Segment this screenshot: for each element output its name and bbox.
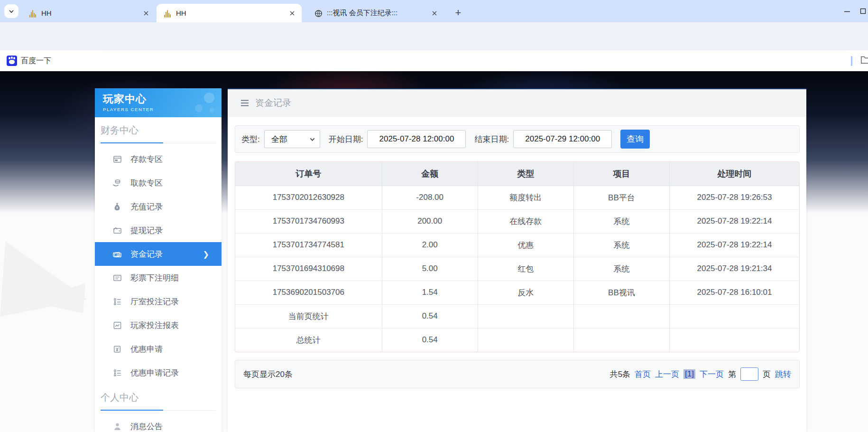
sidebar-item-withdraw-zone[interactable]: 取款专区❯ [95,171,222,195]
table-cell: 额度转出 [478,186,573,209]
table-cell: 红包 [478,257,573,281]
table-cell: 1.54 [382,281,478,304]
table-row: 1753701734760993200.00在线存款系统2025-07-28 1… [235,209,799,233]
end-date-input[interactable] [513,130,612,148]
browser-tabstrip: HH HH :::视讯 会员下注纪录::: + [0,0,868,22]
table-cell [573,328,669,352]
table-cell [478,328,573,352]
start-date-input[interactable] [367,130,466,148]
next-page-link[interactable]: 下一页 [700,369,724,380]
table-cell: 系统 [573,233,669,257]
table-cell: 优惠 [478,233,573,257]
jump-suffix-text: 页 [763,369,771,380]
tab-title: :::视讯 会员下注纪录::: [327,9,426,18]
maximize-button[interactable] [858,2,868,21]
sidebar-item-label: 资金记录 [130,249,163,260]
sidebar-item-player-bet-report[interactable]: 玩家投注报表❯ [95,313,222,337]
pagination-bar: 每页显示20条 共5条 首页 上一页 [1] 下一页 第 页 跳转 [235,360,800,388]
chevron-down-icon [310,137,315,142]
bookmark-baidu[interactable]: 百度一下 [7,54,51,67]
filter-bar: 类型: 全部 开始日期: 结束日期: 查询 [235,125,800,153]
table-cell: 2.00 [382,233,478,257]
column-header: 处理时间 [670,162,800,186]
sidebar-item-promo-apply[interactable]: 优惠申请❯ [95,337,222,361]
folder-icon[interactable] [860,55,868,66]
table-cell [573,304,669,328]
sidebar-item-label: 彩票下注明细 [130,272,179,283]
bookmark-label: 百度一下 [21,56,51,66]
minimize-button[interactable] [837,2,858,21]
sidebar-item-hall-bet-records[interactable]: 厅室投注记录❯ [95,290,222,313]
table-cell: 2025-07-28 19:22:14 [670,209,800,233]
page-size-text: 每页显示20条 [243,369,293,380]
table-cell: 系统 [573,257,669,281]
tab-video-bets[interactable]: :::视讯 会员下注纪录::: [307,4,444,22]
table-header-row: 订单号金额类型项目处理时间 [235,162,799,186]
table-cell: 2025-07-28 19:21:34 [670,257,800,281]
cash-icon [112,249,122,259]
column-header: 项目 [573,162,669,186]
sidebar-header: 玩家中心 PLAYERS CENTER [95,88,222,117]
new-tab-button[interactable]: + [452,6,465,19]
grid-list-icon [112,368,122,377]
table-cell: 在线存款 [478,209,573,233]
jump-page-input[interactable] [740,367,758,381]
sidebar-item-promo-apply-records[interactable]: 优惠申请记录❯ [95,361,222,385]
panel-header: 资金记录 [228,88,806,117]
sidebar-item-label: 存款专区 [130,154,163,165]
sidebar-item-messages[interactable]: 消息公告❯ [95,414,222,432]
table-row: 1753702012630928-208.00额度转出BB平台2025-07-2… [235,186,799,209]
sidebar-item-recharge-records[interactable]: ¥充值记录❯ [95,195,222,218]
first-page-link[interactable]: 首页 [635,369,651,380]
type-select[interactable]: 全部 [264,130,320,148]
baidu-favicon [7,56,17,66]
sidebar-item-withdraw-records[interactable]: 提现记录❯ [95,218,222,242]
column-header: 类型 [478,162,573,186]
tab-title: HH [41,9,138,17]
table-cell: 1753701694310698 [235,257,382,281]
waveform-favicon [163,9,172,18]
table-cell [478,304,573,328]
sidebar-item-label: 优惠申请 [130,344,163,355]
tab-close-icon[interactable] [430,9,439,18]
table-cell: 当前页统计 [235,304,382,328]
table-row: 17537017347745812.00优惠系统2025-07-28 19:22… [235,233,799,257]
table-cell: 2025-07-28 19:26:53 [670,186,800,209]
person-icon [112,422,122,431]
tab-hh-2-active[interactable]: HH [157,4,302,22]
column-header: 金额 [382,162,478,186]
table-cell: 1753701734760993 [235,209,382,233]
tab-search-button[interactable] [4,4,18,18]
gamepad-decoration-icon [188,91,217,115]
sidebar-item-lottery-bet-details[interactable]: 彩票下注明细❯ [95,266,222,290]
table-cell: 200.00 [382,209,478,233]
sidebar-item-label: 厅室投注记录 [130,296,179,307]
tab-close-icon[interactable] [141,9,151,18]
table-cell: 反水 [478,281,573,304]
table-cell: BB平台 [573,186,669,209]
sidebar-item-label: 充值记录 [130,201,163,212]
table-cell: 1753690201503706 [235,281,382,304]
tab-close-icon[interactable] [287,9,297,18]
waveform-favicon [28,9,37,18]
page-title: 资金记录 [255,97,291,109]
bookmarks-separator [851,56,852,66]
table-cell: BB视讯 [573,281,669,304]
jump-button[interactable]: 跳转 [775,369,791,380]
tab-hh-1[interactable]: HH [22,4,156,22]
type-select-value: 全部 [271,134,287,145]
svg-text:¥: ¥ [116,206,118,209]
globe-icon [314,9,323,18]
search-button[interactable]: 查询 [620,130,650,149]
end-date-label: 结束日期: [474,134,509,145]
menu-icon[interactable] [240,98,249,108]
page-content: 玩家中心 PLAYERS CENTER 财务中心存款专区❯取款专区❯¥充值记录❯… [0,71,868,432]
sidebar-item-deposit-zone[interactable]: 存款专区❯ [95,147,222,171]
type-label: 类型: [241,134,260,145]
table-cell: 1753702012630928 [235,186,382,209]
sidebar-item-funds-records[interactable]: 资金记录❯ [95,242,222,266]
sidebar-item-label: 消息公告 [130,421,163,432]
table-cell: -208.00 [382,186,478,209]
prev-page-link[interactable]: 上一页 [655,369,679,380]
jump-prefix-text: 第 [728,369,736,380]
